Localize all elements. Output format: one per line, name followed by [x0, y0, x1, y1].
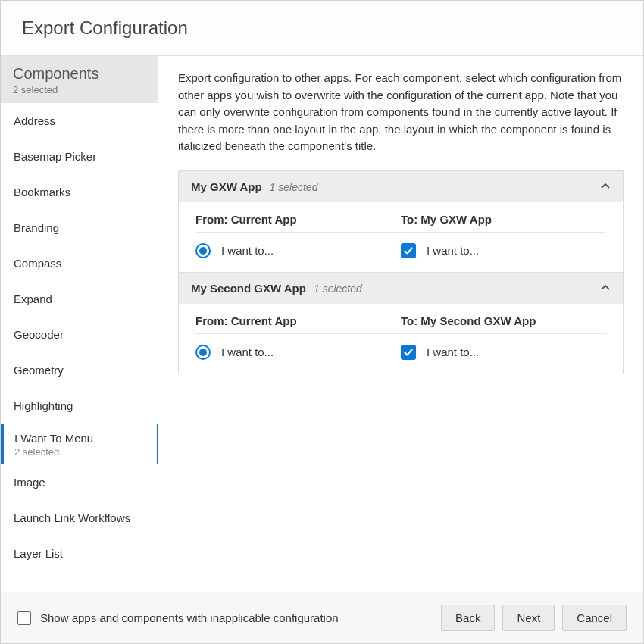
description-text: Export configuration to other apps. For … — [178, 70, 624, 155]
panel-count: 1 selected — [314, 283, 362, 295]
to-option-label: I want to... — [427, 345, 479, 358]
sidebar-item[interactable]: Branding — [1, 210, 158, 245]
sidebar-item-label: Launch Link Workflows — [14, 511, 145, 524]
from-option-label: I want to... — [221, 345, 274, 358]
chevron-up-icon — [600, 181, 611, 192]
sidebar-list[interactable]: AddressBasemap PickerBookmarksBrandingCo… — [1, 103, 158, 592]
show-inapplicable-label[interactable]: Show apps and components with inapplicab… — [17, 611, 339, 625]
to-header: To: My GXW App — [401, 213, 606, 233]
sidebar-item-label: Compass — [14, 257, 145, 270]
sidebar-item-label: I Want To Menu — [14, 432, 145, 445]
sidebar-item-label: Basemap Picker — [14, 150, 145, 163]
sidebar-header: Components 2 selected — [1, 56, 158, 103]
panel-name: My Second GXW App — [191, 282, 306, 295]
sidebar-item-label: Expand — [14, 292, 145, 305]
main-content: Export configuration to other apps. For … — [158, 56, 643, 592]
from-option[interactable]: I want to... — [195, 243, 401, 258]
checkbox-checked-icon[interactable] — [401, 345, 416, 360]
sidebar-item-sublabel: 2 selected — [14, 446, 145, 458]
to-option[interactable]: I want to... — [401, 345, 606, 360]
dialog-title: Export Configuration — [22, 17, 622, 39]
sidebar-item[interactable]: Address — [1, 103, 158, 139]
sidebar-item-label: Layer List — [14, 547, 145, 560]
to-option[interactable]: I want to... — [401, 243, 606, 258]
show-inapplicable-text: Show apps and components with inapplicab… — [40, 611, 339, 624]
sidebar-item-label: Image — [14, 476, 145, 489]
sidebar-item[interactable]: Highlighting — [1, 388, 158, 424]
sidebar-item-label: Bookmarks — [14, 186, 145, 199]
sidebar-item-label: Highlighting — [14, 399, 145, 412]
sidebar-item[interactable]: Basemap Picker — [1, 139, 158, 174]
app-panel: My GXW App1 selectedFrom: Current AppI w… — [178, 170, 624, 273]
sidebar-item[interactable]: Bookmarks — [1, 174, 158, 210]
sidebar-item[interactable]: Launch Link Workflows — [1, 500, 158, 536]
panel-body: From: Current AppI want to...To: My GXW … — [179, 202, 623, 272]
show-inapplicable-checkbox[interactable] — [17, 611, 31, 625]
back-button[interactable]: Back — [441, 605, 495, 631]
app-panel: My Second GXW App1 selectedFrom: Current… — [178, 273, 624, 374]
to-header: To: My Second GXW App — [401, 314, 606, 334]
sidebar-item-label: Geometry — [14, 364, 145, 377]
panel-count: 1 selected — [270, 181, 318, 193]
dialog-body: Components 2 selected AddressBasemap Pic… — [1, 56, 643, 592]
sidebar-item-label: Address — [14, 114, 145, 127]
footer-buttons: Back Next Cancel — [441, 605, 627, 631]
sidebar-item[interactable]: Expand — [1, 281, 158, 317]
radio-selected-icon[interactable] — [195, 243, 211, 258]
sidebar-item-label: Geocoder — [14, 328, 145, 341]
from-option-label: I want to... — [221, 244, 274, 257]
panel-header[interactable]: My GXW App1 selected — [179, 171, 623, 202]
sidebar-item[interactable]: Layer List — [1, 536, 158, 571]
panel-name: My GXW App — [191, 180, 262, 193]
sidebar-subtitle: 2 selected — [13, 84, 145, 95]
sidebar-item-label: Branding — [14, 221, 145, 234]
dialog-titlebar: Export Configuration — [1, 1, 643, 56]
sidebar-item[interactable]: Geocoder — [1, 317, 158, 352]
dialog-footer: Show apps and components with inapplicab… — [1, 592, 643, 643]
sidebar-item[interactable]: I Want To Menu2 selected — [1, 424, 158, 464]
from-option[interactable]: I want to... — [195, 345, 401, 360]
sidebar-item[interactable]: Image — [1, 464, 158, 500]
next-button[interactable]: Next — [502, 605, 555, 631]
to-option-label: I want to... — [427, 244, 479, 257]
radio-selected-icon[interactable] — [195, 345, 211, 360]
chevron-up-icon — [600, 283, 611, 293]
app-panels: My GXW App1 selectedFrom: Current AppI w… — [178, 170, 624, 374]
export-configuration-dialog: Export Configuration Components 2 select… — [0, 0, 644, 644]
panel-body: From: Current AppI want to...To: My Seco… — [179, 304, 623, 374]
cancel-button[interactable]: Cancel — [562, 605, 627, 631]
sidebar-item[interactable]: Compass — [1, 245, 158, 281]
components-sidebar: Components 2 selected AddressBasemap Pic… — [1, 56, 158, 592]
from-header: From: Current App — [195, 314, 401, 334]
sidebar-title: Components — [13, 65, 145, 83]
sidebar-item[interactable]: Geometry — [1, 352, 158, 388]
from-header: From: Current App — [195, 213, 401, 233]
checkbox-checked-icon[interactable] — [401, 243, 416, 258]
panel-header[interactable]: My Second GXW App1 selected — [179, 273, 623, 304]
